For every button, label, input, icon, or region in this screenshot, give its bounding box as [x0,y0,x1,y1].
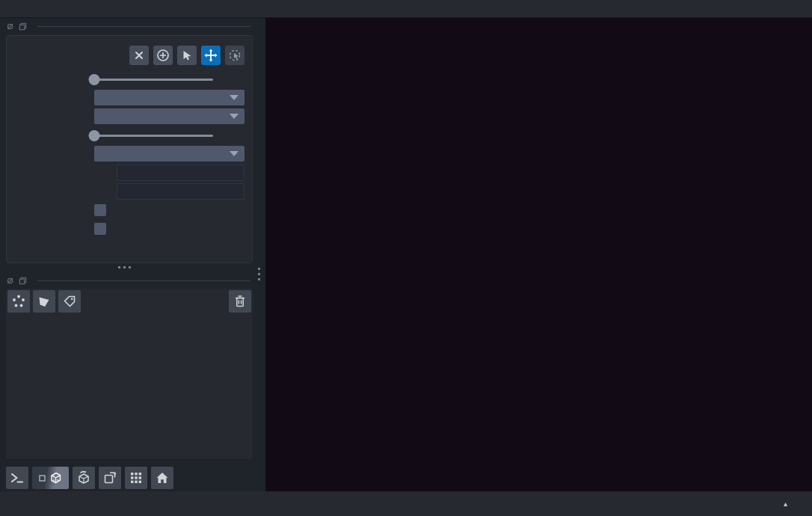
ndisplay-toggle-button[interactable] [32,467,69,489]
delete-points-button[interactable] [129,46,149,65]
roll-dimensions-button[interactable] [73,467,95,489]
chevron-up-icon: ▴ [784,500,787,508]
new-points-layer-button[interactable] [7,290,30,313]
chevron-down-icon [230,114,239,119]
opacity-row [14,71,244,87]
layer-buttons-row [6,290,253,313]
chevron-down-icon [230,151,239,156]
display-text-checkbox[interactable] [94,204,106,216]
delete-layer-button[interactable] [229,290,251,313]
layer-list-panel [6,289,253,459]
viewer-buttons-row [6,467,173,489]
chevron-down-icon [230,95,239,100]
projection-mode-row [14,108,244,124]
grid-view-button[interactable] [125,467,147,489]
border-color-row [14,183,244,199]
titlebar-divider [37,26,250,27]
dock-resize-handle[interactable] [118,266,131,268]
out-of-slice-checkbox[interactable] [94,223,106,235]
transform-button[interactable] [225,46,244,65]
viewer-canvas[interactable] [265,18,812,491]
point-size-row [14,127,244,143]
add-points-button[interactable] [153,46,173,65]
main-area [0,18,812,491]
home-button[interactable] [151,467,173,489]
dock-hide-icon[interactable] [6,277,14,285]
border-color-swatch[interactable] [94,184,114,199]
transpose-dimensions-button[interactable] [99,467,121,489]
new-labels-layer-button[interactable] [58,290,81,313]
border-color-field[interactable] [117,183,244,200]
dock-hide-icon[interactable] [6,22,14,31]
dock-float-icon[interactable] [19,277,27,285]
projection-mode-dropdown[interactable] [94,108,244,124]
panel-splitter-handle[interactable] [258,268,260,280]
opacity-slider[interactable] [94,73,213,85]
volume-top-face [265,18,812,491]
activity-button[interactable]: ▴ [784,500,812,508]
menu-bar [0,0,812,18]
status-bar: ▴ [0,491,812,516]
left-dock-panel [0,18,265,491]
blending-dropdown[interactable] [94,90,244,105]
console-button[interactable] [6,467,28,489]
layer-list-titlebar [6,274,258,286]
points-tools-row [14,46,244,65]
dock-float-icon[interactable] [19,22,27,31]
symbol-row [14,146,244,162]
face-color-swatch[interactable] [94,165,114,180]
blending-row [14,90,244,105]
display-text-row [14,202,244,218]
face-color-row [14,165,244,180]
layer-controls-panel [6,35,253,263]
new-shapes-layer-button[interactable] [33,290,55,313]
face-color-field[interactable] [117,165,244,181]
out-of-slice-row [14,221,244,236]
select-points-button[interactable] [177,46,197,65]
layer-controls-titlebar [6,20,258,32]
point-size-slider[interactable] [94,129,213,141]
titlebar-divider [37,280,250,281]
symbol-dropdown[interactable] [94,146,244,162]
pan-zoom-button[interactable] [201,46,221,65]
